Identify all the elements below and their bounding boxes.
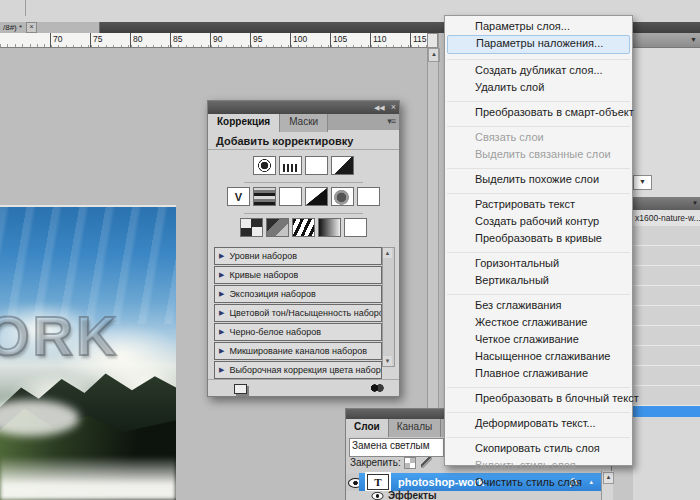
context-menu-item[interactable]: Вертикальный: [445, 272, 632, 289]
preset-scrollbar[interactable]: ▲ ▼: [382, 247, 395, 367]
panel-row-selected[interactable]: [633, 406, 700, 417]
context-menu-item[interactable]: Жесткое сглаживание: [445, 314, 632, 331]
context-menu-item[interactable]: Параметры слоя...: [445, 18, 632, 35]
hue-saturation-icon[interactable]: [253, 187, 276, 206]
channel-mixer-icon[interactable]: [357, 187, 380, 206]
canvas-text-layer[interactable]: ORK: [0, 303, 119, 368]
vibrance-icon[interactable]: V: [227, 187, 250, 206]
context-menu-item[interactable]: [447, 97, 630, 102]
preset-group-row[interactable]: ▶ Выборочная коррекция цвета наборов: [214, 361, 382, 379]
gradient-map-icon[interactable]: [318, 218, 341, 237]
adjustments-panel-titlebar[interactable]: ◀◀ ×: [208, 101, 399, 115]
context-menu-item[interactable]: Вклеить стиль слоя: [445, 457, 632, 474]
expand-triangle-icon[interactable]: ▶: [219, 290, 224, 298]
lock-label: Закрепить:: [350, 457, 401, 468]
context-menu-item[interactable]: Выделить связанные слои: [445, 146, 632, 163]
context-menu-item[interactable]: Создать рабочий контур: [445, 213, 632, 230]
canvas-image[interactable]: ORK: [0, 207, 176, 500]
divider: [244, 213, 363, 214]
panel-row[interactable]: [633, 266, 700, 286]
color-balance-icon[interactable]: [279, 187, 302, 206]
panel-menu-icon[interactable]: ▾≡: [387, 116, 395, 126]
visibility-eye-icon[interactable]: [372, 492, 384, 500]
context-menu-item[interactable]: Выделить похожие слои: [445, 171, 632, 188]
adjustments-tab[interactable]: Коррекция: [208, 114, 280, 132]
context-menu-item[interactable]: Преобразовать в блочный текст: [445, 390, 632, 407]
invert-icon[interactable]: [240, 218, 263, 237]
divider: [244, 182, 363, 183]
preset-group-row[interactable]: ▶ Микширование каналов наборов: [214, 342, 382, 360]
panel-row[interactable]: [633, 286, 700, 306]
close-panel-icon[interactable]: ×: [391, 103, 396, 112]
expand-triangle-icon[interactable]: ▶: [219, 366, 224, 374]
context-menu-item[interactable]: Горизонтальный: [445, 255, 632, 272]
context-menu-item[interactable]: Преобразовать в кривые: [445, 230, 632, 247]
panel-row[interactable]: [633, 226, 700, 246]
panel-row[interactable]: [633, 346, 700, 366]
exposure-icon[interactable]: [331, 156, 354, 175]
chevron-down-icon[interactable]: ▼: [692, 200, 698, 206]
expand-triangle-icon[interactable]: ▶: [219, 328, 224, 336]
effects-row[interactable]: Эффекты: [346, 491, 601, 500]
expanded-view-icon[interactable]: [234, 384, 247, 394]
context-menu-item[interactable]: Преобразовать в смарт-объект: [445, 104, 632, 121]
context-menu-item[interactable]: [447, 55, 630, 60]
context-menu-item[interactable]: [447, 433, 630, 438]
dropdown-arrow-box[interactable]: ▼: [633, 175, 652, 190]
expand-triangle-icon[interactable]: ▶: [219, 252, 224, 260]
lock-pixels-icon[interactable]: [421, 457, 432, 468]
clip-to-layer-icon[interactable]: [369, 383, 385, 393]
context-menu-item[interactable]: Связать слои: [445, 129, 632, 146]
context-menu-item[interactable]: Скопировать стиль слоя: [445, 440, 632, 457]
expand-triangle-icon[interactable]: ▶: [219, 347, 224, 355]
context-menu-item[interactable]: Параметры наложения...: [447, 35, 630, 54]
context-menu-item[interactable]: [447, 164, 630, 169]
chevron-down-icon[interactable]: ▼: [690, 36, 697, 43]
context-menu-item[interactable]: [447, 290, 630, 295]
text-layer-thumbnail[interactable]: T: [367, 474, 389, 490]
preset-group-row[interactable]: ▶ Кривые наборов: [214, 266, 382, 284]
context-menu-item[interactable]: Деформировать текст...: [445, 415, 632, 432]
expand-triangle-icon[interactable]: ▶: [219, 271, 224, 279]
panel-row[interactable]: [633, 386, 700, 406]
document-tab[interactable]: /8#) * ×: [0, 22, 100, 33]
expand-triangle-icon[interactable]: ▶: [219, 309, 224, 317]
context-menu-item[interactable]: Насыщенное сглаживание: [445, 348, 632, 365]
context-menu-item[interactable]: Растрировать текст: [445, 196, 632, 213]
posterize-icon[interactable]: [266, 218, 289, 237]
photo-filter-icon[interactable]: [331, 187, 354, 206]
context-menu-item[interactable]: [447, 189, 630, 194]
brightness-contrast-icon[interactable]: [253, 156, 276, 175]
black-white-icon[interactable]: [305, 187, 328, 206]
panel-row[interactable]: [633, 326, 700, 346]
preset-group-row[interactable]: ▶ Цветовой тон/Насыщенность наборов: [214, 304, 382, 322]
scroll-up-icon[interactable]: ▲: [383, 248, 392, 258]
panel-row[interactable]: [633, 246, 700, 266]
context-menu-item[interactable]: [447, 408, 630, 413]
collapse-panel-icon[interactable]: ◀◀: [374, 103, 385, 112]
adjustments-tab[interactable]: Маски: [280, 114, 328, 132]
panel-footer-area: [633, 417, 700, 500]
preset-group-row[interactable]: ▶ Экспозиция наборов: [214, 285, 382, 303]
scroll-down-icon[interactable]: ▼: [383, 356, 392, 366]
threshold-icon[interactable]: [292, 218, 315, 237]
levels-icon[interactable]: [279, 156, 302, 175]
curves-icon[interactable]: [305, 156, 328, 175]
preset-group-row[interactable]: ▶ Уровни наборов: [214, 247, 382, 265]
context-menu-item[interactable]: [447, 122, 630, 127]
context-menu-item[interactable]: Без сглаживания: [445, 297, 632, 314]
context-menu-item[interactable]: Создать дубликат слоя...: [445, 62, 632, 79]
context-menu-item[interactable]: Удалить слой: [445, 79, 632, 96]
close-tab-icon[interactable]: ×: [26, 22, 37, 33]
panel-row[interactable]: [633, 366, 700, 386]
panel-row[interactable]: [633, 306, 700, 326]
context-menu-item[interactable]: Плавное сглаживание: [445, 365, 632, 382]
context-menu-item[interactable]: [447, 383, 630, 388]
ruler-mark: 100: [290, 33, 330, 48]
selective-color-icon[interactable]: [344, 218, 367, 237]
lock-transparency-icon[interactable]: [404, 457, 416, 469]
context-menu-item[interactable]: Четкое сглаживание: [445, 331, 632, 348]
context-menu-item[interactable]: [447, 248, 630, 253]
preset-group-row[interactable]: ▶ Черно-белое наборов: [214, 323, 382, 341]
context-menu-item[interactable]: Очистить стиль слоя: [445, 474, 632, 491]
